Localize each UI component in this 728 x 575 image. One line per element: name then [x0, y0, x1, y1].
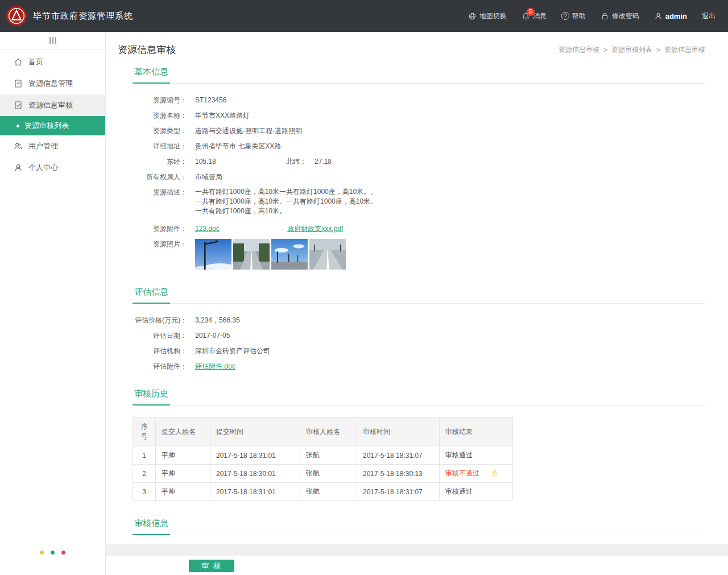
user-menu[interactable]: admin: [654, 12, 687, 20]
sidebar-item-personal-center[interactable]: 个人中心: [0, 157, 105, 179]
document-check-icon: [14, 101, 23, 110]
photo-gallery: [195, 239, 346, 270]
content-area: 基本信息 资源编号： ST123456 资源名称： 毕节市XXX路路灯 资源类型…: [106, 63, 728, 544]
top-header: 毕节市政府资源管理系统 地图切换 5 消息 ? 帮助: [0, 0, 728, 32]
help-button[interactable]: ? 帮助: [561, 11, 586, 21]
map-switch-label: 地图切换: [479, 11, 507, 21]
sidebar-item-user-management[interactable]: 用户管理: [0, 135, 105, 157]
lock-icon: [601, 12, 609, 20]
sidebar-collapse-icon[interactable]: [0, 32, 105, 50]
eval-price-value: 3,234，566.35: [195, 315, 240, 325]
column-header: 序号: [133, 417, 156, 446]
sidebar-item-label: 资源信息管理: [28, 78, 73, 89]
address-label: 详细地址：: [133, 141, 187, 151]
latitude-label: 北纬：: [279, 156, 307, 167]
attachment-link[interactable]: 123.doc: [195, 225, 220, 233]
logout-button[interactable]: 退出: [702, 11, 715, 21]
warning-icon: ⚠: [491, 469, 498, 477]
section-title-evaluation: 评估信息: [133, 284, 170, 304]
page-head: 资源信息审核 资源信息审核 > 资源审核列表 > 资源信息审核: [106, 32, 728, 63]
address-value: 贵州省毕节市 七星关区XX路: [195, 141, 281, 151]
sidebar-item-home[interactable]: 首页: [0, 51, 105, 73]
description-label: 资源描述：: [133, 187, 187, 197]
table-row: 1 平帅 2017-5-18 18:31:01 张航 2017-5-18 18:…: [133, 446, 513, 465]
tree-lined-road-photo[interactable]: [233, 239, 270, 270]
sidebar-item-label: 资源信息审核: [28, 100, 73, 110]
sidebar-item-review-list-active[interactable]: 资源审核列表: [0, 116, 105, 135]
eval-date-value: 2017-07-05: [195, 330, 230, 341]
resource-no-label: 资源编号：: [133, 95, 187, 105]
result-badge: 审核不通过: [445, 469, 479, 477]
resource-name-label: 资源名称：: [133, 110, 187, 121]
yellow-dot-icon: [40, 551, 44, 555]
messages-label: 消息: [533, 11, 547, 21]
owner-label: 所有权属人：: [133, 172, 187, 182]
top-nav: 地图切换 5 消息 ? 帮助 修改密码: [468, 11, 715, 21]
road-lamps-clouds-photo[interactable]: [271, 239, 308, 270]
green-dot-icon: [51, 551, 55, 555]
eval-agency-value: 深圳市金砖资产评估公司: [195, 346, 270, 356]
eval-agency-label: 评估机构：: [133, 346, 187, 356]
column-header: 提交人姓名: [156, 417, 210, 446]
column-header: 审核结果: [440, 417, 513, 446]
red-dot-icon: [61, 551, 65, 555]
person-icon: [14, 163, 23, 172]
table-row: 3 平帅 2017-5-18 18:31:01 张航 2017-5-18 18:…: [133, 483, 513, 501]
breadcrumb: 资源信息审核 > 资源审核列表 > 资源信息审核: [559, 45, 705, 55]
change-password-label: 修改密码: [612, 11, 639, 21]
sidebar: 首页 资源信息管理 资源信息审核 资源: [0, 32, 106, 575]
breadcrumb-separator: >: [603, 46, 607, 54]
sidebar-item-label: 用户管理: [28, 141, 58, 151]
help-label: 帮助: [572, 11, 586, 21]
review-history-section: 审核历史 序号 提交人姓名 提交时间 审核人姓名 审核时间: [133, 386, 705, 501]
messages-button[interactable]: 5 消息: [522, 11, 547, 21]
photos-label: 资源照片：: [133, 239, 187, 249]
description-value: 一共有路灯1000座，高10米一共有路灯1000座，高10米。。 一共有路灯10…: [195, 187, 377, 216]
dot-icon: [16, 125, 19, 127]
owner-value: 市域管局: [195, 172, 222, 182]
app-logo-icon: [6, 5, 27, 27]
resource-name-value: 毕节市XXX路路灯: [195, 110, 250, 121]
username: admin: [665, 12, 687, 20]
bell-icon: 5: [522, 12, 530, 20]
resource-type-value: 道路与交通设施-照明工程-道路照明: [195, 126, 302, 136]
highway-lamps-photo[interactable]: [309, 239, 346, 270]
breadcrumb-item[interactable]: 资源信息审核: [559, 45, 599, 55]
breadcrumb-separator: >: [656, 46, 660, 54]
footer-divider: [106, 544, 728, 556]
change-password-button[interactable]: 修改密码: [601, 11, 639, 21]
eval-attachment-label: 评估附件：: [133, 361, 187, 371]
sidebar-item-resource-management[interactable]: 资源信息管理: [0, 73, 105, 94]
status-dots: [0, 551, 105, 555]
breadcrumb-item[interactable]: 资源审核列表: [611, 45, 652, 55]
submit-review-button[interactable]: 审 核: [189, 560, 234, 572]
sidebar-item-resource-review[interactable]: 资源信息审核: [0, 94, 105, 116]
main-content: 资源信息审核 资源信息审核 > 资源审核列表 > 资源信息审核 基本信息 资源编…: [106, 32, 728, 575]
longitude-value: 105.18: [195, 156, 279, 167]
footer-bar: 审 核: [106, 556, 728, 575]
document-icon: [14, 79, 23, 88]
section-title-history: 审核历史: [133, 386, 170, 406]
attachments-label: 资源附件：: [133, 224, 187, 234]
eval-date-label: 评估日期：: [133, 330, 187, 341]
column-header: 提交时间: [210, 417, 300, 446]
review-form-section: 审核信息 审核结果： 审核通过 审核不通过 *: [133, 516, 705, 544]
logout-label: 退出: [702, 11, 715, 21]
app-title: 毕节市政府资源管理系统: [33, 11, 133, 22]
eval-attachment-link[interactable]: 评估附件.doc: [195, 362, 235, 370]
sidebar-item-label: 首页: [28, 57, 43, 67]
attachment-link[interactable]: 政府财政支xxx.pdf: [287, 225, 343, 233]
globe-icon: [468, 12, 477, 20]
page-title: 资源信息审核: [118, 43, 176, 56]
evaluation-section: 评估信息 评估价格(万元)： 3,234，566.35 评估日期： 2017-0…: [133, 284, 705, 371]
latitude-value: 27.18: [315, 156, 332, 167]
street-lamp-blue-sky-photo[interactable]: [195, 239, 231, 270]
eval-price-label: 评估价格(万元)：: [133, 315, 187, 325]
basic-info-section: 基本信息 资源编号： ST123456 资源名称： 毕节市XXX路路灯 资源类型…: [133, 64, 705, 270]
section-title-basic: 基本信息: [133, 64, 170, 84]
column-header: 审核时间: [357, 417, 440, 446]
result-badge: 审核通过: [445, 487, 473, 495]
result-badge: 审核通过: [445, 451, 473, 459]
longitude-label: 东经：: [133, 156, 187, 167]
map-switch-button[interactable]: 地图切换: [468, 11, 507, 21]
